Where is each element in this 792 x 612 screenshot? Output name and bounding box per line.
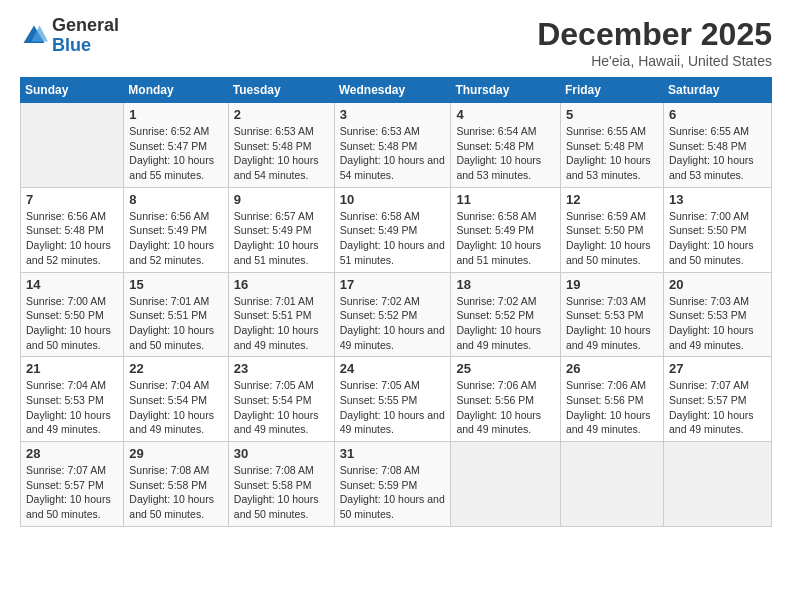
cell-sunset: Sunset: 5:49 PM [129, 224, 207, 236]
calendar-cell: 14Sunrise: 7:00 AMSunset: 5:50 PMDayligh… [21, 272, 124, 357]
cell-sunset: Sunset: 5:49 PM [234, 224, 312, 236]
cell-daylight: Daylight: 10 hours and 50 minutes. [566, 239, 651, 266]
cell-sunrise: Sunrise: 7:08 AM [234, 464, 314, 476]
calendar-cell: 29Sunrise: 7:08 AMSunset: 5:58 PMDayligh… [124, 442, 228, 527]
cell-sunrise: Sunrise: 6:52 AM [129, 125, 209, 137]
calendar-cell: 18Sunrise: 7:02 AMSunset: 5:52 PMDayligh… [451, 272, 561, 357]
calendar-cell: 27Sunrise: 7:07 AMSunset: 5:57 PMDayligh… [663, 357, 771, 442]
calendar-week-row: 1Sunrise: 6:52 AMSunset: 5:47 PMDaylight… [21, 103, 772, 188]
cell-sunrise: Sunrise: 7:06 AM [566, 379, 646, 391]
cell-sunrise: Sunrise: 6:59 AM [566, 210, 646, 222]
cell-daylight: Daylight: 10 hours and 50 minutes. [129, 324, 214, 351]
day-number: 11 [456, 192, 555, 207]
calendar-cell: 16Sunrise: 7:01 AMSunset: 5:51 PMDayligh… [228, 272, 334, 357]
cell-daylight: Daylight: 10 hours and 49 minutes. [26, 409, 111, 436]
calendar-cell [560, 442, 663, 527]
calendar-cell [21, 103, 124, 188]
cell-sunset: Sunset: 5:51 PM [129, 309, 207, 321]
cell-sunset: Sunset: 5:57 PM [26, 479, 104, 491]
header-day: Thursday [451, 78, 561, 103]
cell-daylight: Daylight: 10 hours and 53 minutes. [456, 154, 541, 181]
calendar-cell: 19Sunrise: 7:03 AMSunset: 5:53 PMDayligh… [560, 272, 663, 357]
calendar-cell: 31Sunrise: 7:08 AMSunset: 5:59 PMDayligh… [334, 442, 451, 527]
cell-sunset: Sunset: 5:59 PM [340, 479, 418, 491]
calendar-cell: 20Sunrise: 7:03 AMSunset: 5:53 PMDayligh… [663, 272, 771, 357]
cell-daylight: Daylight: 10 hours and 50 minutes. [26, 324, 111, 351]
day-number: 8 [129, 192, 222, 207]
calendar-cell: 7Sunrise: 6:56 AMSunset: 5:48 PMDaylight… [21, 187, 124, 272]
cell-daylight: Daylight: 10 hours and 49 minutes. [234, 324, 319, 351]
cell-sunrise: Sunrise: 7:08 AM [129, 464, 209, 476]
day-number: 10 [340, 192, 446, 207]
day-number: 26 [566, 361, 658, 376]
calendar-cell: 5Sunrise: 6:55 AMSunset: 5:48 PMDaylight… [560, 103, 663, 188]
calendar-cell: 2Sunrise: 6:53 AMSunset: 5:48 PMDaylight… [228, 103, 334, 188]
calendar-cell: 13Sunrise: 7:00 AMSunset: 5:50 PMDayligh… [663, 187, 771, 272]
calendar-cell: 26Sunrise: 7:06 AMSunset: 5:56 PMDayligh… [560, 357, 663, 442]
day-number: 24 [340, 361, 446, 376]
cell-sunrise: Sunrise: 7:06 AM [456, 379, 536, 391]
cell-daylight: Daylight: 10 hours and 54 minutes. [340, 154, 445, 181]
cell-daylight: Daylight: 10 hours and 49 minutes. [456, 324, 541, 351]
header-day: Monday [124, 78, 228, 103]
cell-sunset: Sunset: 5:48 PM [340, 140, 418, 152]
cell-sunset: Sunset: 5:52 PM [456, 309, 534, 321]
day-number: 22 [129, 361, 222, 376]
month-title: December 2025 [537, 16, 772, 53]
logo: General Blue [20, 16, 119, 56]
cell-sunset: Sunset: 5:50 PM [566, 224, 644, 236]
calendar-cell: 24Sunrise: 7:05 AMSunset: 5:55 PMDayligh… [334, 357, 451, 442]
cell-sunset: Sunset: 5:56 PM [456, 394, 534, 406]
cell-daylight: Daylight: 10 hours and 52 minutes. [129, 239, 214, 266]
cell-sunset: Sunset: 5:48 PM [456, 140, 534, 152]
calendar-cell: 12Sunrise: 6:59 AMSunset: 5:50 PMDayligh… [560, 187, 663, 272]
cell-sunrise: Sunrise: 7:07 AM [26, 464, 106, 476]
cell-sunrise: Sunrise: 6:54 AM [456, 125, 536, 137]
cell-sunset: Sunset: 5:50 PM [26, 309, 104, 321]
calendar-cell: 28Sunrise: 7:07 AMSunset: 5:57 PMDayligh… [21, 442, 124, 527]
logo-text: General Blue [52, 16, 119, 56]
calendar-cell [663, 442, 771, 527]
cell-daylight: Daylight: 10 hours and 51 minutes. [234, 239, 319, 266]
cell-daylight: Daylight: 10 hours and 49 minutes. [340, 409, 445, 436]
cell-sunset: Sunset: 5:49 PM [456, 224, 534, 236]
cell-sunrise: Sunrise: 7:03 AM [566, 295, 646, 307]
cell-sunrise: Sunrise: 7:03 AM [669, 295, 749, 307]
cell-sunset: Sunset: 5:48 PM [234, 140, 312, 152]
header-row-days: SundayMondayTuesdayWednesdayThursdayFrid… [21, 78, 772, 103]
day-number: 4 [456, 107, 555, 122]
cell-sunset: Sunset: 5:58 PM [234, 479, 312, 491]
calendar-week-row: 14Sunrise: 7:00 AMSunset: 5:50 PMDayligh… [21, 272, 772, 357]
cell-sunset: Sunset: 5:48 PM [566, 140, 644, 152]
cell-daylight: Daylight: 10 hours and 49 minutes. [234, 409, 319, 436]
cell-sunset: Sunset: 5:48 PM [26, 224, 104, 236]
header-day: Friday [560, 78, 663, 103]
cell-daylight: Daylight: 10 hours and 49 minutes. [566, 409, 651, 436]
calendar-cell: 25Sunrise: 7:06 AMSunset: 5:56 PMDayligh… [451, 357, 561, 442]
day-number: 7 [26, 192, 118, 207]
cell-sunrise: Sunrise: 7:05 AM [340, 379, 420, 391]
cell-sunrise: Sunrise: 6:55 AM [566, 125, 646, 137]
cell-sunset: Sunset: 5:53 PM [669, 309, 747, 321]
cell-sunrise: Sunrise: 6:56 AM [129, 210, 209, 222]
cell-daylight: Daylight: 10 hours and 50 minutes. [26, 493, 111, 520]
day-number: 21 [26, 361, 118, 376]
header-day: Sunday [21, 78, 124, 103]
cell-daylight: Daylight: 10 hours and 53 minutes. [566, 154, 651, 181]
cell-sunrise: Sunrise: 6:55 AM [669, 125, 749, 137]
cell-daylight: Daylight: 10 hours and 49 minutes. [669, 409, 754, 436]
calendar-cell: 17Sunrise: 7:02 AMSunset: 5:52 PMDayligh… [334, 272, 451, 357]
calendar-cell: 11Sunrise: 6:58 AMSunset: 5:49 PMDayligh… [451, 187, 561, 272]
cell-sunrise: Sunrise: 6:58 AM [340, 210, 420, 222]
day-number: 2 [234, 107, 329, 122]
cell-sunset: Sunset: 5:47 PM [129, 140, 207, 152]
cell-sunset: Sunset: 5:53 PM [566, 309, 644, 321]
calendar-cell: 8Sunrise: 6:56 AMSunset: 5:49 PMDaylight… [124, 187, 228, 272]
day-number: 12 [566, 192, 658, 207]
calendar-cell: 10Sunrise: 6:58 AMSunset: 5:49 PMDayligh… [334, 187, 451, 272]
calendar-cell: 21Sunrise: 7:04 AMSunset: 5:53 PMDayligh… [21, 357, 124, 442]
cell-sunrise: Sunrise: 6:53 AM [234, 125, 314, 137]
cell-daylight: Daylight: 10 hours and 50 minutes. [669, 239, 754, 266]
day-number: 3 [340, 107, 446, 122]
cell-daylight: Daylight: 10 hours and 53 minutes. [669, 154, 754, 181]
